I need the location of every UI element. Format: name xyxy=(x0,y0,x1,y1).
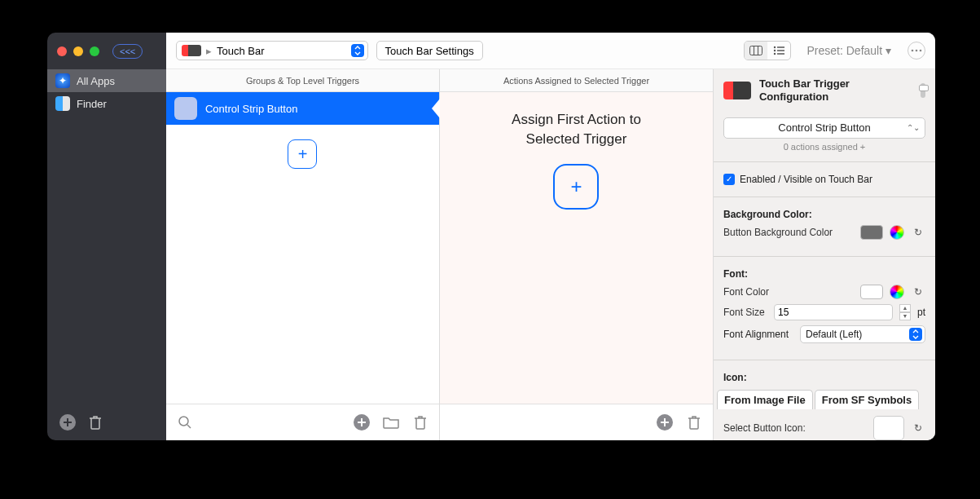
enabled-label: Enabled / Visible on Touch Bar xyxy=(740,174,872,185)
inspector: Touch Bar Trigger Configuration Control … xyxy=(714,69,935,440)
checkmark-icon: ✓ xyxy=(723,174,735,185)
toolbar: ▸ Touch Bar Touch Bar Settings Preset: D… xyxy=(166,33,935,69)
trash-button[interactable] xyxy=(685,413,703,431)
scope-label: Touch Bar xyxy=(217,45,265,57)
trash-button[interactable] xyxy=(86,413,104,431)
inspector-title: Touch Bar Trigger Configuration xyxy=(759,77,912,104)
bg-color-swatch[interactable] xyxy=(860,225,883,240)
plus-circle-button[interactable] xyxy=(353,413,371,431)
groups-column-header: Groups & Top Level Triggers xyxy=(166,69,439,92)
groups-bottombar xyxy=(166,404,439,440)
trigger-row[interactable]: Control Strip Button xyxy=(166,92,439,125)
globe-icon: ✦ xyxy=(55,73,70,88)
plus-circle-button[interactable] xyxy=(656,413,674,431)
zoom-button[interactable] xyxy=(90,46,99,56)
assign-prompt-line2: Selected Trigger xyxy=(526,130,627,149)
font-color-swatch[interactable] xyxy=(860,285,883,299)
touchbar-icon xyxy=(723,82,751,99)
sidebar: <<< ✦ All Apps Finder xyxy=(47,33,166,440)
reset-icon[interactable]: ↻ xyxy=(911,285,925,299)
columns-view-icon[interactable] xyxy=(745,42,767,60)
svg-line-14 xyxy=(187,425,191,428)
actions-count-label[interactable]: 0 actions assigned + xyxy=(723,142,925,152)
finder-icon xyxy=(55,96,70,111)
color-picker-icon[interactable] xyxy=(890,285,904,299)
svg-point-13 xyxy=(179,417,188,426)
dropdown-value: Control Strip Button xyxy=(778,121,870,134)
search-button[interactable] xyxy=(176,413,194,431)
svg-point-6 xyxy=(773,53,775,55)
add-app-button[interactable] xyxy=(59,413,77,431)
font-size-unit: pt xyxy=(917,307,925,318)
more-button[interactable] xyxy=(907,42,925,60)
close-button[interactable] xyxy=(57,46,67,56)
titlebar: <<< xyxy=(47,33,166,69)
trigger-type-dropdown[interactable]: Control Strip Button ⌃⌄ xyxy=(723,117,925,139)
font-size-label: Font Size xyxy=(723,307,767,318)
collapse-badge[interactable]: <<< xyxy=(112,44,143,59)
svg-point-5 xyxy=(773,50,775,51)
sidebar-item-finder[interactable]: Finder xyxy=(47,92,166,115)
chevron-updown-icon xyxy=(909,328,922,341)
sidebar-item-label: All Apps xyxy=(77,75,115,87)
inspector-slider[interactable] xyxy=(921,83,925,98)
main-area: ▸ Touch Bar Touch Bar Settings Preset: D… xyxy=(166,33,935,440)
tab-from-sf[interactable]: From SF Symbols xyxy=(815,390,920,409)
actions-column-header: Actions Assigned to Selected Trigger xyxy=(440,69,713,92)
color-picker-icon[interactable] xyxy=(890,225,904,240)
reset-icon[interactable]: ↻ xyxy=(911,225,925,240)
font-section-label: Font: xyxy=(723,268,925,280)
preset-selector[interactable]: Preset: Default ▾ xyxy=(807,44,892,57)
font-size-stepper[interactable]: ▲▼ xyxy=(899,304,911,320)
chevron-updown-icon: ⌃⌄ xyxy=(907,123,920,132)
bg-section-label: Background Color: xyxy=(723,209,925,220)
font-align-label: Font Alignment xyxy=(723,329,793,340)
tab-from-image[interactable]: From Image File xyxy=(717,390,813,409)
enabled-checkbox[interactable]: ✓ Enabled / Visible on Touch Bar xyxy=(723,174,925,185)
trigger-name: Control Strip Button xyxy=(205,103,297,115)
svg-point-4 xyxy=(773,46,775,48)
font-size-input[interactable] xyxy=(774,304,893,320)
icon-source-tabs: From Image File From SF Symbols xyxy=(714,390,935,409)
touchbar-icon xyxy=(182,45,201,56)
svg-point-12 xyxy=(920,50,922,52)
sidebar-item-label: Finder xyxy=(77,98,107,110)
assign-action-button[interactable]: + xyxy=(553,164,599,210)
scope-selector[interactable]: ▸ Touch Bar xyxy=(176,41,368,60)
svg-rect-1 xyxy=(749,46,762,55)
actions-column: Actions Assigned to Selected Trigger Ass… xyxy=(440,69,714,440)
minimize-button[interactable] xyxy=(73,46,83,56)
bg-color-label: Button Background Color xyxy=(723,227,854,238)
font-color-label: Font Color xyxy=(723,286,854,298)
view-mode-segmented[interactable] xyxy=(744,41,791,60)
add-trigger-button[interactable]: + xyxy=(288,139,317,169)
reset-icon[interactable]: ↻ xyxy=(911,421,925,435)
touch-bar-settings-button[interactable]: Touch Bar Settings xyxy=(376,41,483,60)
trash-button[interactable] xyxy=(411,413,429,431)
folder-button[interactable] xyxy=(382,413,400,431)
assign-prompt-line1: Assign First Action to xyxy=(512,110,641,130)
svg-point-11 xyxy=(916,50,918,52)
select-value: Default (Left) xyxy=(806,329,862,340)
inspector-header: Touch Bar Trigger Configuration xyxy=(714,69,935,113)
columns: Groups & Top Level Triggers Control Stri… xyxy=(166,69,935,440)
trigger-preview-icon xyxy=(174,97,197,120)
icon-section-label: Icon: xyxy=(723,372,925,383)
sidebar-item-all-apps[interactable]: ✦ All Apps xyxy=(47,69,166,92)
svg-point-10 xyxy=(912,50,914,52)
sidebar-bottom-bar xyxy=(47,404,166,440)
icon-well[interactable] xyxy=(873,416,904,440)
select-icon-label: Select Button Icon: xyxy=(723,422,867,434)
actions-bottombar xyxy=(440,404,713,440)
chevron-updown-icon xyxy=(351,44,364,57)
app-window: <<< ✦ All Apps Finder ▸ Touch Bar xyxy=(47,33,935,440)
list-view-icon[interactable] xyxy=(767,42,790,60)
font-align-select[interactable]: Default (Left) xyxy=(800,325,925,343)
groups-column: Groups & Top Level Triggers Control Stri… xyxy=(166,69,440,440)
